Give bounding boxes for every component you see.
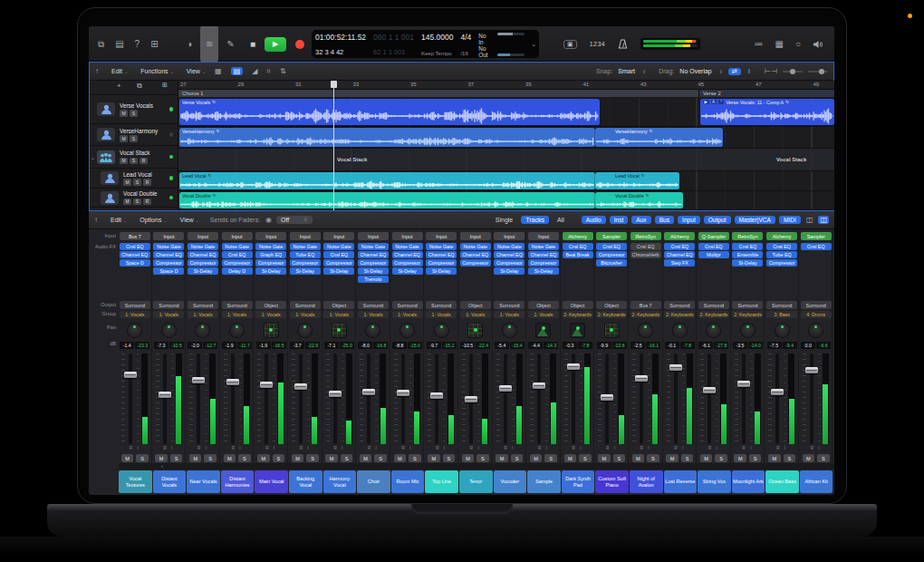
fx-plugin[interactable]: St-Delay xyxy=(358,267,389,275)
group-slot[interactable]: 2: Keyboards xyxy=(732,311,765,319)
pan-control[interactable] xyxy=(664,320,697,340)
group-slot[interactable]: 2: Keyboards xyxy=(664,311,697,319)
mute-button[interactable]: M xyxy=(360,454,372,462)
fx-plugin[interactable]: Channel EQ xyxy=(664,251,695,258)
channel-name-8[interactable]: Choir xyxy=(357,470,390,493)
input-slot[interactable]: Input xyxy=(255,232,287,241)
fx-plugin[interactable]: Cnsl EQ xyxy=(698,243,729,250)
solo-button[interactable]: S xyxy=(130,135,138,142)
replace-mode-icon[interactable]: ▣ xyxy=(563,40,577,49)
fx-plugin[interactable]: Cnsl EQ xyxy=(630,243,661,250)
audio-region[interactable]: Vocal Double ↻ xyxy=(179,192,595,209)
output-slot[interactable]: Surround xyxy=(221,301,254,310)
group-slot[interactable]: 1: Vocals xyxy=(153,311,186,319)
fx-plugin[interactable]: Cnsl EQ xyxy=(323,251,354,258)
fader-track[interactable] xyxy=(572,354,575,444)
group-slot[interactable]: 1: Vocals xyxy=(459,311,492,319)
pan-control[interactable] xyxy=(119,320,151,340)
fx-plugin[interactable]: Delay D xyxy=(222,267,253,275)
fader-track[interactable] xyxy=(163,354,167,444)
filter-bus[interactable]: Bus xyxy=(655,216,674,224)
pan-control[interactable] xyxy=(459,320,492,340)
filter-inst[interactable]: Inst xyxy=(610,216,629,224)
track-header-verseharmony[interactable]: VerseHarmonyMS xyxy=(90,124,178,146)
channel-name-5[interactable]: Main Vocal xyxy=(255,470,288,493)
pan-control[interactable] xyxy=(357,320,390,340)
filter-output[interactable]: Output xyxy=(704,216,731,224)
group-slot[interactable]: 1: Vocals xyxy=(391,311,424,319)
pan-knob[interactable] xyxy=(673,324,687,337)
group-slot[interactable]: 1: Vocals xyxy=(289,311,322,319)
channel-name-12[interactable]: Vocoder xyxy=(494,470,527,493)
channel-name-6[interactable]: Backing Vocal xyxy=(289,470,322,493)
output-slot[interactable]: Object xyxy=(527,301,560,310)
output-slot[interactable]: Surround xyxy=(664,301,697,310)
fader-track[interactable] xyxy=(469,354,473,444)
fx-plugin[interactable]: Noise Gate xyxy=(392,243,423,250)
fx-plugin[interactable]: St-Delay xyxy=(255,267,286,275)
mute-button[interactable]: M xyxy=(632,454,645,462)
fader-cap[interactable] xyxy=(260,382,273,388)
mixer-menu-edit[interactable]: Edit xyxy=(111,217,121,223)
mute-button[interactable]: M xyxy=(803,454,815,462)
fx-plugin[interactable]: Compressor xyxy=(153,259,184,266)
group-slot[interactable]: 1: Vocals xyxy=(494,311,526,319)
group-slot[interactable]: 1: Vocals xyxy=(425,311,457,319)
fx-plugin[interactable]: Compressor xyxy=(460,259,491,266)
pan-knob[interactable] xyxy=(196,324,209,337)
audio-region[interactable]: Lead Vocal ↻ xyxy=(179,172,595,190)
mute-button[interactable]: M xyxy=(462,454,475,462)
audio-region[interactable]: Verse Vocals ↻ xyxy=(179,99,600,126)
group-slot[interactable]: 3: Bass xyxy=(765,311,798,319)
fader-track[interactable] xyxy=(129,354,132,444)
output-slot[interactable]: Surround xyxy=(732,301,765,310)
fader-track[interactable] xyxy=(299,354,303,444)
group-slot[interactable]: 1: Vocals xyxy=(221,311,254,319)
snap-select[interactable]: Smart xyxy=(618,68,635,74)
track-lane-5[interactable]: Vocal Double ↻Vocal Double ↻ xyxy=(178,191,834,210)
output-slot[interactable]: Surround xyxy=(425,301,457,310)
fader-track[interactable] xyxy=(197,354,200,444)
add-track-button[interactable]: + xyxy=(117,82,121,90)
fx-plugin[interactable]: Compressor xyxy=(222,259,253,266)
browsers-speaker-icon[interactable] xyxy=(813,40,823,49)
take-control-icon[interactable]: ▶ xyxy=(703,100,709,104)
output-slot[interactable]: Object xyxy=(255,301,287,310)
solo-button[interactable]: S xyxy=(817,454,830,462)
fader-cap[interactable] xyxy=(465,396,477,402)
channel-name-19[interactable]: Moonlight Ark xyxy=(732,470,765,493)
channel-name-18[interactable]: String Vox xyxy=(698,470,731,493)
fader-cap[interactable] xyxy=(294,383,307,390)
filter-audio[interactable]: Audio xyxy=(582,216,606,224)
fx-plugin[interactable]: Cnsl EQ xyxy=(732,243,763,250)
mixer-scrollbar[interactable]: › xyxy=(119,463,834,470)
pan-control[interactable] xyxy=(391,320,424,340)
pan-knob[interactable] xyxy=(741,324,755,337)
fx-plugin[interactable]: Beat Break xyxy=(563,251,593,258)
track-header-vocal-stack[interactable]: ⌄Vocal StackMSR xyxy=(90,146,178,169)
fx-plugin[interactable]: Channel EQ xyxy=(460,251,491,258)
marker-chorus-1[interactable]: Chorus 1 xyxy=(178,90,699,97)
fx-plugin[interactable]: Cnsl EQ xyxy=(563,243,593,250)
crossfade-tool-icon[interactable]: ◢ xyxy=(252,67,257,75)
mute-button[interactable]: M xyxy=(598,454,611,462)
solo-button[interactable]: S xyxy=(204,454,217,462)
stop-button[interactable]: ■ xyxy=(250,39,255,49)
play-button[interactable]: ▶ xyxy=(265,37,286,52)
mixer-view-tracks[interactable]: Tracks xyxy=(521,216,549,224)
fx-plugin[interactable]: Noise Gate xyxy=(426,243,457,250)
mute-button[interactable]: M xyxy=(666,454,679,462)
fader-cap[interactable] xyxy=(669,364,682,371)
fx-plugin[interactable]: Cnsl EQ xyxy=(222,251,253,258)
group-slot[interactable]: 1: Vocals xyxy=(255,311,287,319)
solo-button[interactable]: S xyxy=(273,454,285,462)
object-panner[interactable] xyxy=(332,324,346,337)
list-view-icon[interactable]: ▤ xyxy=(231,67,244,75)
inspector-icon[interactable]: ▤ xyxy=(115,26,123,62)
snap-toggle-icon[interactable]: ⇄ xyxy=(728,68,741,75)
mute-button[interactable]: M xyxy=(428,454,440,462)
tracks-menu-view[interactable]: View xyxy=(187,68,200,74)
output-slot[interactable]: Surround xyxy=(391,301,424,310)
solo-button[interactable]: S xyxy=(136,454,149,462)
quick-help-icon[interactable]: ? xyxy=(135,26,140,62)
